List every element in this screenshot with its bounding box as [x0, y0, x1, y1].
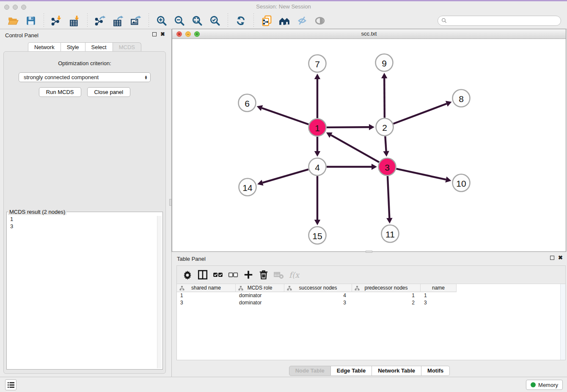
node-table: shared nameMCDS rolesuccessor nodesprede… — [177, 284, 565, 360]
mcds-tab-content: Optimization criterion: strongly connect… — [3, 51, 166, 374]
memory-button[interactable]: Memory — [526, 380, 563, 390]
tab-node-table[interactable]: Node Table — [289, 366, 331, 376]
column-header-predecessor-nodes[interactable]: predecessor nodes — [352, 284, 421, 292]
table-cell[interactable]: 3 — [177, 299, 236, 306]
export-network-icon[interactable] — [94, 14, 107, 27]
network-view-title: scc.txt — [172, 29, 566, 39]
home-view-icon[interactable] — [278, 14, 291, 27]
result-scrollbar[interactable] — [157, 216, 162, 368]
apply-preferred-layout-icon[interactable] — [234, 14, 247, 27]
save-session-icon[interactable] — [25, 14, 37, 27]
tab-select[interactable]: Select — [85, 42, 113, 52]
edge-3-10[interactable] — [396, 169, 446, 179]
edge-2-8[interactable] — [394, 104, 447, 124]
edge-arrowhead — [372, 164, 377, 170]
graph-node-label: 9 — [382, 58, 387, 68]
column-header-shared-name[interactable]: shared name — [177, 284, 236, 292]
float-panel-icon[interactable] — [152, 32, 157, 36]
edge-2-9[interactable] — [384, 78, 385, 118]
search-icon — [441, 18, 447, 23]
splitter-handle[interactable] — [366, 251, 372, 253]
table-panel: Table Panel ✖ f(x) shared nameMCDS roles… — [172, 253, 567, 378]
column-header-successor-nodes[interactable]: successor nodes — [284, 284, 352, 292]
zoom-in-icon[interactable] — [155, 14, 168, 27]
table-panel-tabs: Node TableEdge TableNetwork TableMotifs — [172, 366, 567, 376]
table-cell[interactable]: dominator — [236, 292, 284, 299]
optimization-criterion-label: Optimization criterion: — [4, 60, 165, 66]
import-table-icon[interactable] — [68, 14, 81, 27]
close-table-panel-icon[interactable]: ✖ — [558, 256, 563, 260]
table-toolbar: f(x) — [177, 266, 565, 284]
edge-3-1[interactable] — [331, 135, 379, 162]
delete-rows-icon[interactable] — [257, 268, 270, 281]
column-header-MCDS-role[interactable]: MCDS role — [236, 284, 284, 292]
mcds-result-box: MCDS result (2 nodes) 13 — [6, 209, 163, 370]
zoom-fit-icon[interactable] — [191, 14, 204, 27]
zoom-selected-icon[interactable] — [209, 14, 221, 27]
table-cell[interactable]: 3 — [421, 299, 457, 306]
table-cell[interactable]: dominator — [236, 299, 284, 306]
tab-style[interactable]: Style — [61, 42, 85, 52]
network-view-titlebar[interactable]: ✕ − + scc.txt — [172, 29, 566, 39]
optimization-criterion-select[interactable]: strongly connected component ▲▼ — [19, 72, 151, 82]
export-table-icon[interactable] — [112, 14, 124, 27]
column-header-name[interactable]: name — [421, 284, 457, 292]
table-row[interactable]: 1dominator411 — [177, 292, 565, 299]
export-image-icon[interactable] — [129, 14, 142, 27]
edge-1-2[interactable] — [327, 127, 369, 127]
graph-node-label: 7 — [315, 59, 320, 69]
search-field[interactable] — [438, 16, 561, 26]
tab-mcds[interactable]: MCDS — [113, 42, 141, 52]
close-panel-icon[interactable]: ✖ — [160, 32, 165, 36]
table-cell-filler — [457, 299, 565, 306]
table-cell[interactable]: 1 — [421, 292, 457, 299]
zoom-out-icon[interactable] — [173, 14, 186, 27]
open-session-icon[interactable] — [7, 14, 19, 27]
deselect-all-rows-icon[interactable] — [227, 268, 239, 281]
network-canvas[interactable]: 7968124314101511 — [172, 39, 566, 251]
search-input[interactable] — [449, 17, 557, 24]
edge-arrowhead — [314, 220, 320, 225]
tab-motifs[interactable]: Motifs — [421, 366, 450, 376]
float-table-panel-icon[interactable] — [550, 256, 554, 260]
add-column-icon[interactable] — [242, 268, 255, 281]
maximize-network-button[interactable]: + — [194, 31, 200, 37]
toolbar-separator — [149, 14, 149, 28]
table-cell[interactable]: 1 — [177, 292, 236, 299]
table-settings-icon[interactable] — [181, 268, 194, 281]
network-view-window: ✕ − + scc.txt 7968124314101511 — [172, 29, 566, 252]
select-all-rows-icon[interactable] — [212, 268, 224, 281]
table-cell[interactable]: 3 — [284, 299, 352, 306]
tab-network-table[interactable]: Network Table — [372, 366, 421, 376]
run-mcds-button[interactable]: Run MCDS — [39, 87, 81, 97]
minimize-network-button[interactable]: − — [185, 31, 191, 37]
node-table-frame: f(x) shared nameMCDS rolesuccessor nodes… — [176, 265, 566, 360]
show-panels-icon[interactable] — [314, 14, 326, 27]
task-history-button[interactable] — [5, 379, 17, 390]
close-panel-button[interactable]: Close panel — [87, 87, 131, 97]
network-graph[interactable]: 7968124314101511 — [172, 39, 566, 251]
table-header-filler — [457, 284, 565, 292]
mcds-result-title: MCDS result (2 nodes) — [8, 209, 66, 215]
split-columns-icon[interactable] — [196, 268, 209, 281]
table-row[interactable]: 3dominator323 — [177, 299, 565, 306]
tab-network[interactable]: Network — [28, 42, 61, 52]
tab-edge-table[interactable]: Edge Table — [331, 366, 372, 376]
edge-2-3[interactable] — [385, 136, 386, 151]
edge-1-6[interactable] — [262, 108, 308, 124]
import-network-icon[interactable] — [50, 14, 63, 27]
table-cell[interactable]: 2 — [352, 299, 421, 306]
table-scrollbar[interactable] — [560, 284, 565, 360]
table-body: 1dominator4113dominator323 — [177, 292, 565, 306]
graph-node-label: 4 — [315, 163, 320, 172]
function-builder-icon: f(x) — [288, 268, 300, 281]
clone-network-icon[interactable] — [260, 14, 273, 27]
edge-4-14[interactable] — [263, 169, 308, 183]
table-cell[interactable]: 1 — [352, 292, 421, 299]
edge-3-11[interactable] — [388, 176, 389, 218]
close-network-button[interactable]: ✕ — [176, 31, 182, 37]
edge-arrowhead — [369, 124, 374, 130]
edge-arrowhead — [381, 73, 387, 78]
table-cell[interactable]: 4 — [284, 292, 352, 299]
hide-panels-icon[interactable] — [296, 14, 308, 27]
